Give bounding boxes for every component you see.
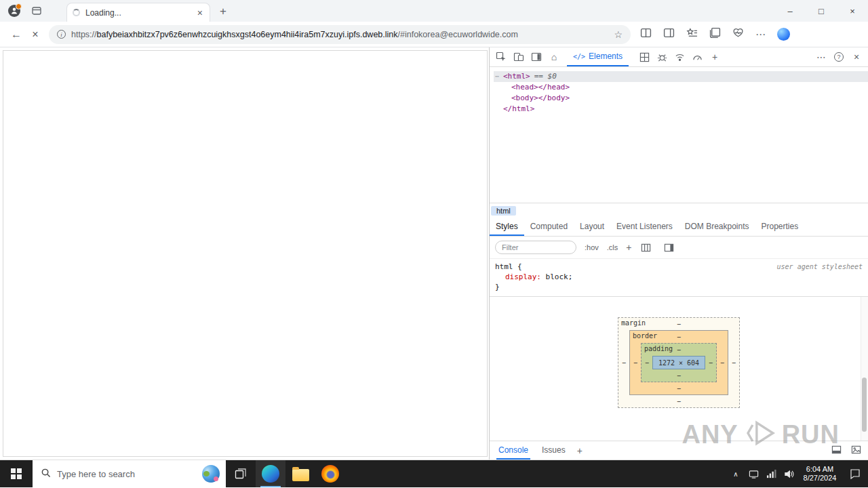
task-view-button[interactable] bbox=[226, 460, 256, 487]
scrollbar-thumb[interactable] bbox=[862, 378, 867, 432]
side-panel-icon[interactable] bbox=[663, 27, 675, 41]
news-interests-icon[interactable] bbox=[202, 465, 220, 483]
inspect-element-icon[interactable] bbox=[492, 48, 510, 66]
box-model-content[interactable]: 1272 × 604 bbox=[652, 356, 705, 369]
browser-tab[interactable]: Loading... × bbox=[66, 3, 210, 22]
volume-tray-icon[interactable] bbox=[780, 460, 797, 487]
border-bottom-value[interactable]: − bbox=[641, 382, 717, 394]
taskbar: Type here to search ∧ 6:04 AM 8/27/2024 bbox=[0, 460, 868, 487]
box-model-margin[interactable]: margin − − − − border − − − − bbox=[618, 317, 740, 408]
tab-elements[interactable]: </> Elements bbox=[567, 47, 629, 66]
home-tab-icon[interactable]: ⌂ bbox=[545, 48, 563, 66]
search-icon bbox=[41, 468, 51, 481]
collections-icon[interactable] bbox=[709, 27, 721, 41]
hidden-icons-chevron[interactable]: ∧ bbox=[727, 460, 745, 487]
border-right-value[interactable]: − bbox=[717, 343, 728, 382]
tab-computed[interactable]: Computed bbox=[524, 218, 574, 236]
sidebar-pane-tabs: Styles Computed Layout Event Listeners D… bbox=[490, 218, 868, 237]
box-model-border[interactable]: border − − − − padding − − bbox=[629, 330, 728, 395]
dom-node-body[interactable]: <body></body> bbox=[494, 93, 868, 104]
scrollbar[interactable] bbox=[861, 297, 868, 441]
favorite-star-icon[interactable]: ☆ bbox=[614, 29, 623, 40]
taskbar-clock[interactable]: 6:04 AM 8/27/2024 bbox=[797, 465, 842, 483]
new-style-rule-icon[interactable]: + bbox=[626, 242, 631, 253]
dock-side-icon[interactable] bbox=[528, 48, 545, 66]
display-tray-icon[interactable] bbox=[745, 460, 762, 487]
padding-label: padding bbox=[644, 345, 673, 352]
tab-close-icon[interactable]: × bbox=[196, 8, 204, 18]
device-toolbar-icon[interactable] bbox=[510, 48, 528, 66]
toggle-hover-state[interactable]: :hov bbox=[585, 243, 599, 251]
taskbar-file-explorer-button[interactable] bbox=[285, 460, 315, 487]
site-info-icon[interactable]: i bbox=[57, 30, 66, 39]
styles-filter-row: :hov .cls + bbox=[490, 237, 868, 259]
box-model-padding[interactable]: padding − − − − 1272 × 604 bbox=[641, 343, 717, 382]
network-tray-icon[interactable] bbox=[762, 460, 780, 487]
stop-loading-button[interactable]: × bbox=[26, 25, 45, 44]
tab-properties[interactable]: Properties bbox=[755, 218, 805, 236]
window-close-button[interactable]: × bbox=[837, 0, 868, 22]
taskbar-firefox-button[interactable] bbox=[315, 460, 345, 487]
css-property[interactable]: display: bbox=[505, 272, 541, 281]
drawer-tab-issues[interactable]: Issues bbox=[540, 441, 568, 460]
tab-layout[interactable]: Layout bbox=[574, 218, 610, 236]
padding-right-value[interactable]: − bbox=[705, 356, 716, 369]
border-left-value[interactable]: − bbox=[630, 343, 641, 382]
dom-node-head[interactable]: <head></head> bbox=[494, 82, 868, 93]
css-selector: html { bbox=[495, 262, 522, 272]
taskbar-search[interactable]: Type here to search bbox=[33, 460, 226, 487]
styles-pane: html { user agent stylesheet display: bl… bbox=[490, 259, 868, 297]
code-brackets-icon: </> bbox=[573, 53, 585, 60]
url-text: https://bafybeiaxhbitzx7pv6z6enwhzcuigkh… bbox=[71, 30, 608, 39]
profile-avatar-icon[interactable] bbox=[8, 5, 20, 17]
tab-strip: Loading... × + – □ × bbox=[0, 0, 868, 22]
devtools-close-icon[interactable]: × bbox=[848, 48, 865, 66]
computed-columns-icon[interactable] bbox=[637, 239, 654, 256]
devtools-more-icon[interactable]: ⋯ bbox=[812, 48, 830, 66]
tab-dom-breakpoints[interactable]: DOM Breakpoints bbox=[679, 218, 755, 236]
window-minimize-button[interactable]: – bbox=[774, 0, 806, 22]
more-tools-plus-icon[interactable]: + bbox=[706, 48, 724, 66]
show-sidebar-icon[interactable] bbox=[660, 239, 677, 256]
toggle-element-class[interactable]: .cls bbox=[607, 243, 618, 251]
node-menu-icon[interactable]: ⋯ bbox=[495, 71, 503, 82]
settings-more-icon[interactable]: ⋯ bbox=[755, 28, 766, 41]
action-center-icon[interactable] bbox=[842, 460, 868, 487]
drawer-tab-console[interactable]: Console bbox=[496, 441, 530, 460]
screenshot-icon[interactable] bbox=[851, 445, 861, 457]
styles-filter-input[interactable] bbox=[495, 241, 576, 254]
anyrun-logo-icon bbox=[744, 419, 776, 450]
browser-essentials-icon[interactable] bbox=[732, 27, 744, 41]
padding-bottom-value[interactable]: − bbox=[652, 369, 705, 382]
taskbar-edge-button[interactable] bbox=[256, 460, 285, 487]
tab-event-listeners[interactable]: Event Listeners bbox=[610, 218, 679, 236]
dom-node-html-close[interactable]: </html> bbox=[494, 104, 868, 115]
panel-network-icon[interactable] bbox=[671, 48, 688, 66]
new-tab-button[interactable]: + bbox=[220, 5, 226, 18]
dom-node-html-open[interactable]: ⋯<html>== $0 bbox=[494, 71, 868, 82]
tab-styles[interactable]: Styles bbox=[490, 218, 524, 236]
back-button[interactable]: ← bbox=[7, 25, 26, 44]
margin-bottom-value[interactable]: − bbox=[629, 395, 728, 407]
copilot-icon[interactable] bbox=[777, 28, 790, 41]
stylesheet-source: user agent stylesheet bbox=[777, 262, 863, 272]
breadcrumb-html[interactable]: html bbox=[491, 206, 516, 216]
address-bar[interactable]: i https://bafybeiaxhbitzx7pv6z6enwhzcuig… bbox=[49, 25, 631, 44]
tab-actions-icon[interactable] bbox=[31, 5, 42, 16]
window-maximize-button[interactable]: □ bbox=[806, 0, 837, 22]
anyrun-watermark: ANY RUN bbox=[682, 419, 840, 450]
drawer-more-tabs-icon[interactable]: + bbox=[577, 445, 583, 456]
css-value[interactable]: block; bbox=[546, 272, 573, 281]
file-explorer-icon bbox=[292, 469, 309, 481]
split-screen-icon[interactable] bbox=[640, 27, 652, 41]
clock-date: 8/27/2024 bbox=[797, 474, 842, 483]
start-button[interactable] bbox=[0, 460, 33, 487]
devtools-help-icon[interactable]: ? bbox=[830, 48, 848, 66]
favorites-list-icon[interactable] bbox=[686, 27, 698, 41]
panel-bug-icon[interactable] bbox=[653, 48, 671, 66]
margin-left-value[interactable]: − bbox=[618, 330, 629, 395]
padding-left-value[interactable]: − bbox=[642, 356, 652, 369]
panel-performance-icon[interactable] bbox=[688, 48, 706, 66]
margin-right-value[interactable]: − bbox=[728, 330, 739, 395]
panel-grid-icon[interactable] bbox=[635, 48, 653, 66]
